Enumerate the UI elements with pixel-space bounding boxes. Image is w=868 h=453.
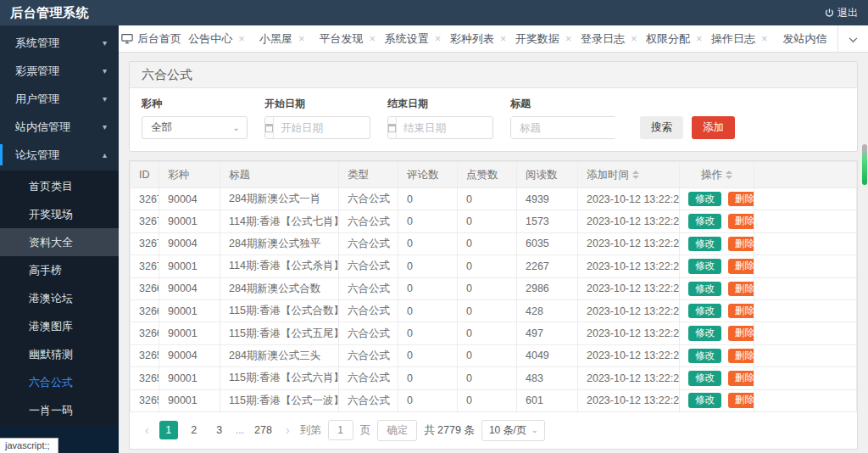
delete-button[interactable]: 删除 (728, 237, 754, 252)
edit-button[interactable]: 修改 (688, 304, 721, 319)
page-button[interactable]: 3 (210, 421, 229, 439)
tab-item[interactable]: 开奖数据× (511, 25, 576, 52)
column-header[interactable]: 添加时间 (578, 162, 680, 188)
page-size-select[interactable]: 10 条/页 ⌄ (481, 420, 546, 441)
tab-home[interactable]: 后台首页 (119, 25, 184, 52)
delete-button[interactable]: 删除 (728, 326, 754, 341)
column-header: 评论数 (398, 162, 458, 188)
column-header-label: 操作 (701, 169, 722, 181)
table-row: 3265390001115期:香港【公式一波】六合公式006012023-10-… (131, 389, 857, 411)
sidebar-parent-item[interactable]: 系统管理▾ (0, 29, 119, 57)
edit-button[interactable]: 修改 (688, 237, 721, 252)
delete-button[interactable]: 删除 (728, 349, 754, 364)
sidebar-parent-item[interactable]: 论坛管理▴ (0, 141, 119, 169)
tab-item[interactable]: 权限分配× (642, 25, 707, 52)
edit-button[interactable]: 修改 (688, 214, 721, 229)
scrollbar-thumb[interactable] (862, 144, 867, 185)
delete-button[interactable]: 删除 (728, 371, 754, 386)
edit-button[interactable]: 修改 (688, 349, 721, 364)
tab-close-icon[interactable]: × (631, 32, 637, 45)
end-date-input[interactable] (397, 117, 493, 138)
sidebar-item-2[interactable]: 开奖现场 (0, 200, 119, 228)
table-row: 3265890001115期:香港【公式六肖】六合公式004832023-10-… (131, 367, 857, 389)
search-button[interactable]: 搜索 (640, 116, 683, 139)
edit-button[interactable]: 修改 (688, 326, 721, 341)
column-header[interactable]: 操作 (680, 162, 754, 188)
total-count: 共 2779 条 (424, 423, 475, 438)
sidebar-parent-item[interactable]: 用户管理▾ (0, 85, 119, 113)
calendar-icon (265, 117, 274, 138)
sidebar-item-5[interactable]: 港澳论坛 (0, 284, 119, 312)
cell-title: 115期:香港【公式合数】 (220, 299, 339, 322)
next-page-button[interactable]: › (282, 423, 293, 437)
sidebar-parent-item[interactable]: 站内信管理▾ (0, 113, 119, 141)
sort-icon[interactable] (632, 171, 639, 179)
cell-type: 六合公式 (339, 322, 398, 344)
topbar: 后台管理系统 退出 (0, 0, 868, 25)
content: 六合公式 彩种 全部 ⌄ 开始日期 结束日期 (119, 53, 868, 450)
delete-button[interactable]: 删除 (728, 393, 754, 408)
sidebar-item-6[interactable]: 港澳图库 (0, 312, 119, 340)
delete-button[interactable]: 删除 (728, 282, 754, 297)
chevron-down-icon (849, 31, 858, 47)
tab-item[interactable]: 系统设置× (380, 25, 445, 52)
tab-item[interactable]: 小黑屋× (249, 25, 314, 52)
table-row: 3266290001115期:香港【公式五尾】六合公式004972023-10-… (131, 322, 857, 344)
page-button[interactable]: 1 (159, 421, 178, 439)
tab-close-icon[interactable]: × (435, 32, 442, 45)
sidebar-item-1[interactable]: 首页类目 (0, 172, 119, 200)
tab-item[interactable]: 登录日志× (576, 25, 642, 52)
edit-button[interactable]: 修改 (688, 259, 721, 274)
delete-button[interactable]: 删除 (728, 192, 754, 207)
edit-button[interactable]: 修改 (688, 282, 721, 297)
sidebar-item-3[interactable]: 资料大全 (0, 228, 119, 256)
delete-button[interactable]: 删除 (728, 214, 754, 229)
tab-close-icon[interactable]: × (761, 32, 768, 45)
add-button[interactable]: 添加 (692, 116, 735, 139)
tab-item[interactable]: 发站内信 (772, 25, 837, 52)
sidebar-item-8[interactable]: 六合公式 (0, 368, 119, 396)
tab-close-icon[interactable]: × (696, 32, 703, 45)
sidebar-parent-item[interactable]: 彩票管理▾ (0, 57, 119, 85)
edit-button[interactable]: 修改 (688, 192, 721, 207)
sidebar-item-9[interactable]: 一肖一码 (0, 396, 119, 424)
sort-icon[interactable] (726, 171, 732, 179)
goto-confirm-button[interactable]: 确定 (377, 420, 417, 441)
sidebar-parent-label: 彩票管理 (15, 64, 59, 79)
cell-title: 115期:香港【公式一波】 (220, 389, 339, 411)
start-date-input[interactable] (274, 117, 370, 138)
tab-item[interactable]: 彩种列表× (445, 25, 510, 52)
tab-item[interactable]: 操作日志× (707, 25, 772, 52)
cell-reads: 4049 (517, 344, 578, 366)
edit-button[interactable]: 修改 (688, 371, 721, 386)
chevron-down-icon: ▾ (103, 94, 107, 103)
tab-item[interactable]: 公告中心× (184, 25, 249, 52)
cell-comments: 0 (398, 210, 458, 232)
goto-page-input[interactable] (328, 420, 353, 440)
tab-overflow-button[interactable] (837, 25, 868, 52)
cell-actions: 修改删除 (680, 389, 754, 411)
cell-likes: 0 (458, 277, 517, 299)
delete-button[interactable]: 删除 (728, 304, 754, 319)
sidebar-item-4[interactable]: 高手榜 (0, 256, 119, 284)
sidebar-item-7[interactable]: 幽默猜测 (0, 340, 119, 368)
tab-close-icon[interactable]: × (370, 32, 376, 45)
logout-button[interactable]: 退出 (824, 6, 858, 20)
edit-button[interactable]: 修改 (688, 393, 721, 408)
cell-type: 六合公式 (339, 210, 398, 232)
lottery-field: 彩种 全部 ⌄ (142, 97, 248, 139)
tab-close-icon[interactable]: × (298, 32, 305, 45)
cell-comments: 0 (398, 255, 458, 277)
tab-item[interactable]: 平台发现× (314, 25, 380, 52)
tab-close-icon[interactable]: × (238, 32, 245, 45)
page-button[interactable]: 278 (251, 421, 275, 439)
sidebar-parent-label: 系统管理 (15, 36, 59, 51)
delete-button[interactable]: 删除 (728, 259, 754, 274)
page-button[interactable]: 2 (185, 421, 203, 439)
tab-close-icon[interactable]: × (500, 32, 507, 45)
cell-time: 2023-10-12 13:22:21 (578, 389, 680, 411)
cell-comments: 0 (398, 232, 458, 254)
prev-page-button[interactable]: ‹ (142, 423, 153, 437)
tab-close-icon[interactable]: × (565, 32, 572, 45)
lottery-select[interactable]: 全部 ⌄ (142, 116, 248, 139)
